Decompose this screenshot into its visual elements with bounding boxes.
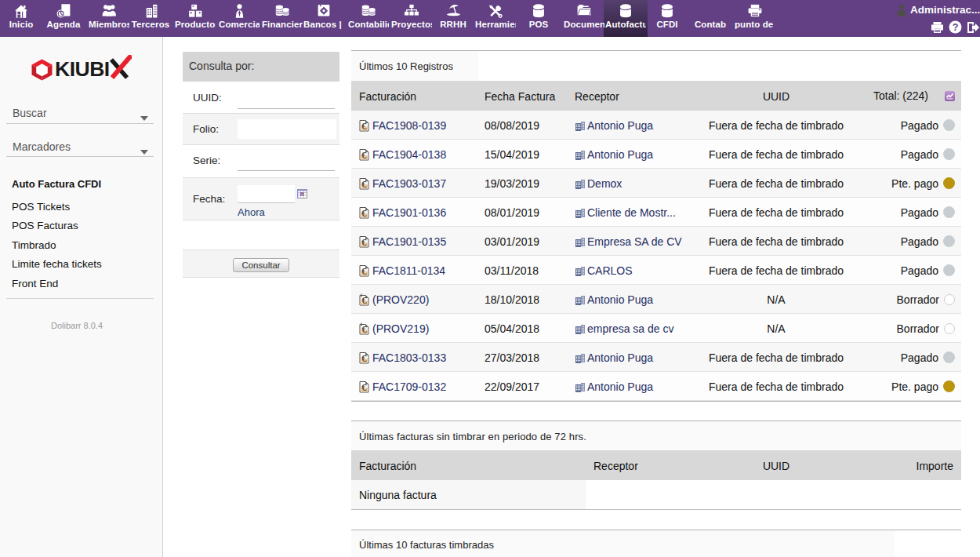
svg-text:€: € xyxy=(361,294,367,306)
svg-text:€: € xyxy=(361,352,367,364)
svg-text:€: € xyxy=(361,236,367,248)
svg-text:€: € xyxy=(361,265,367,277)
svg-text:?: ? xyxy=(953,22,959,33)
svg-text:€: € xyxy=(361,207,367,219)
svg-text:€: € xyxy=(361,323,367,335)
svg-text:€: € xyxy=(361,381,367,393)
svg-text:€: € xyxy=(361,149,367,161)
svg-text:€: € xyxy=(361,120,367,132)
svg-text:€: € xyxy=(361,178,367,190)
